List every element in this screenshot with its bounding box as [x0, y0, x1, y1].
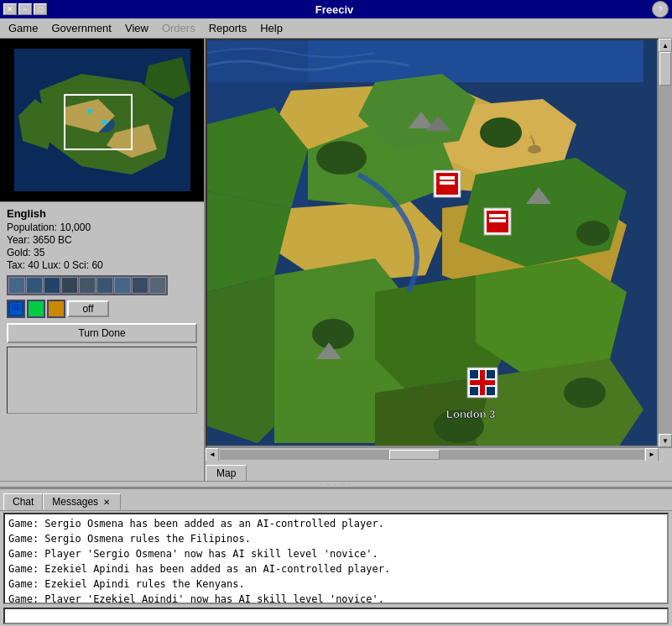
svg-rect-43: [440, 176, 455, 180]
svg-rect-44: [440, 181, 455, 185]
status-green-icon: [27, 300, 45, 318]
population-stat: Population: 10,000: [7, 222, 197, 233]
hscroll-thumb[interactable]: [389, 450, 440, 460]
svg-point-34: [312, 319, 354, 349]
minimize-button[interactable]: −: [18, 3, 32, 15]
svg-text:London  3: London 3: [446, 408, 496, 420]
window-title: Freeciv: [47, 3, 622, 16]
chat-tabs: Chat Messages ✕: [0, 489, 672, 511]
window-controls: ✕ − □: [3, 3, 47, 15]
map-with-scroll: London 3 ▲: [206, 39, 672, 447]
minimap: [0, 39, 204, 202]
chat-section: Chat Messages ✕ Game: Sergio Osmena has …: [0, 488, 672, 626]
svg-rect-55: [480, 370, 485, 395]
menu-government[interactable]: Government: [44, 20, 118, 36]
chat-line-5: Game: Player 'Ezekiel Apindi' now has AI…: [8, 592, 664, 604]
info-panel: English Population: 10,000 Year: 3650 BC…: [0, 202, 204, 481]
unit-icon: [132, 277, 148, 294]
messages-tab-label: Messages: [52, 496, 98, 508]
menubar: Game Government View Orders Reports Help: [0, 18, 672, 39]
nation-name: English: [7, 207, 197, 220]
civ-flag-icon: [7, 300, 25, 318]
main-area: English Population: 10,000 Year: 3650 BC…: [0, 39, 672, 626]
scroll-down-button[interactable]: ▼: [659, 434, 672, 447]
unit-icon: [79, 277, 96, 294]
unit-icon: [8, 277, 25, 294]
unit-icon: [26, 277, 43, 294]
left-panel: English Population: 10,000 Year: 3650 BC…: [0, 39, 206, 481]
chat-input[interactable]: [3, 608, 669, 624]
svg-rect-9: [102, 120, 107, 124]
map-svg: London 3: [207, 40, 657, 446]
chat-line-1: Game: Sergio Osmena rules the Filipinos.: [8, 531, 664, 546]
unit-icon: [61, 277, 78, 294]
map-tab-row: Map: [206, 461, 672, 481]
titlebar: ✕ − □ Freeciv ?: [0, 0, 672, 18]
unit-icon: [114, 277, 131, 294]
unit-icon: [149, 277, 166, 294]
map-hscroll: ◄ ►: [206, 447, 672, 461]
svg-point-57: [528, 145, 541, 154]
chat-tab-label: Chat: [13, 496, 34, 508]
unit-info-box: [7, 347, 197, 414]
minimap-visual: [14, 49, 190, 191]
units-row: [7, 274, 197, 296]
chat-line-4: Game: Ezekiel Apindi rules the Kenyans.: [8, 576, 664, 592]
game-map[interactable]: London 3: [206, 39, 659, 447]
unit-icon: [96, 277, 113, 294]
svg-rect-8: [88, 109, 92, 113]
scroll-up-button[interactable]: ▲: [659, 39, 672, 52]
gold-stat: Gold: 35: [7, 247, 197, 258]
chat-input-row: [0, 606, 672, 626]
off-button[interactable]: off: [67, 300, 109, 317]
scroll-track[interactable]: [659, 52, 672, 434]
svg-point-32: [480, 117, 522, 148]
scroll-right-button[interactable]: ►: [645, 448, 659, 462]
units-icons: [7, 275, 168, 295]
menu-reports[interactable]: Reports: [202, 20, 254, 36]
chat-messages: Game: Sergio Osmena has been added as an…: [3, 513, 669, 604]
scroll-left-button[interactable]: ◄: [206, 448, 219, 462]
scroll-corner: [659, 448, 672, 462]
restore-button[interactable]: □: [34, 3, 47, 15]
map-tab[interactable]: Map: [206, 465, 247, 481]
svg-point-36: [564, 378, 606, 408]
turn-done-button[interactable]: Turn Done: [7, 323, 197, 343]
menu-game[interactable]: Game: [2, 20, 44, 36]
chat-line-0: Game: Sergio Osmena has been added as an…: [8, 516, 664, 531]
menu-view[interactable]: View: [118, 20, 155, 36]
help-icon[interactable]: ?: [652, 1, 669, 18]
svg-point-33: [576, 221, 610, 246]
unit-icon: [44, 277, 60, 294]
menu-help[interactable]: Help: [253, 20, 289, 36]
close-button[interactable]: ✕: [3, 3, 17, 15]
map-vscroll: ▲ ▼: [659, 39, 672, 447]
svg-rect-48: [489, 219, 506, 222]
svg-point-31: [316, 141, 367, 175]
scroll-thumb[interactable]: [659, 52, 671, 86]
chat-line-3: Game: Ezekiel Apindi has been added as a…: [8, 561, 664, 576]
svg-rect-47: [489, 214, 506, 217]
chat-tab[interactable]: Chat: [3, 493, 43, 510]
messages-tab-close[interactable]: ✕: [102, 498, 112, 507]
resize-handle[interactable]: · · · · ·: [0, 481, 672, 488]
status-row: off: [7, 300, 197, 318]
hscroll-track[interactable]: [220, 450, 644, 460]
year-stat: Year: 3650 BC: [7, 234, 197, 246]
menu-orders[interactable]: Orders: [155, 20, 202, 36]
chat-line-2: Game: Player 'Sergio Osmena' now has AI …: [8, 546, 664, 561]
messages-tab[interactable]: Messages ✕: [43, 493, 121, 510]
status-orange-icon: [47, 300, 65, 318]
top-section: English Population: 10,000 Year: 3650 BC…: [0, 39, 672, 481]
tax-stat: Tax: 40 Lux: 0 Sci: 60: [7, 259, 197, 271]
minimap-svg: [14, 49, 190, 191]
right-side: London 3 ▲: [206, 39, 672, 481]
